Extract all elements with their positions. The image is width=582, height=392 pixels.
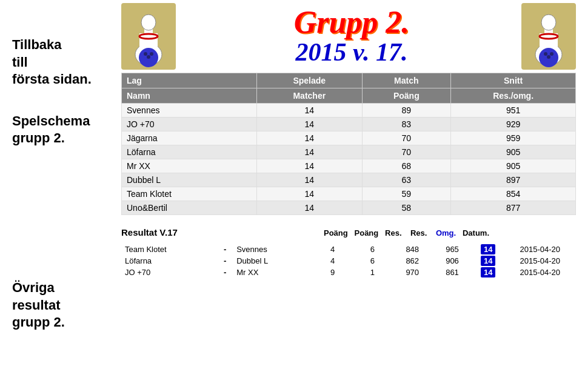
- standings-team-name: Mr XX: [122, 159, 257, 173]
- col-header-snitt: Snitt: [451, 73, 576, 88]
- result-p2: 6: [353, 244, 393, 255]
- standings-row: Jägarna 14 70 959: [122, 131, 576, 145]
- result-r2: 861: [432, 267, 472, 278]
- year-title: 2015 v. 17.: [294, 38, 410, 66]
- standings-team-name: Uno&Bertil: [122, 201, 257, 215]
- standings-spelade: 14: [257, 104, 362, 118]
- standings-match: 59: [362, 187, 451, 201]
- result-datum: 2015-04-20: [504, 255, 576, 267]
- standings-table: Lag Spelade Match Snitt Namn Matcher Poä…: [121, 73, 576, 215]
- standings-team-name: JO +70: [122, 118, 257, 131]
- standings-match: 68: [362, 159, 451, 173]
- result-team2: Mr XX: [233, 267, 313, 278]
- ovriga-resultat-link[interactable]: Övriga resultat grupp 2.: [12, 280, 65, 330]
- col-header-lag: Lag: [122, 73, 257, 88]
- standings-row: Löfarna 14 70 905: [122, 145, 576, 159]
- standings-spelade: 14: [257, 173, 362, 187]
- results-title: Resultat V.17: [121, 227, 178, 238]
- results-row: JO +70 - Mr XX 9 1 970 861 14 2015-04-20: [121, 267, 576, 278]
- standings-row: Dubbel L 14 63 897: [122, 173, 576, 187]
- result-team2: Dubbel L: [233, 255, 313, 267]
- standings-snitt: 929: [451, 118, 576, 131]
- result-dash: -: [217, 267, 233, 278]
- standings-snitt: 905: [451, 159, 576, 173]
- results-table: Team Klotet - Svennes 4 6 848 965 14 201…: [121, 244, 576, 278]
- standings-spelade: 14: [257, 131, 362, 145]
- standings-team-name: Löfarna: [122, 145, 257, 159]
- standings-row: Uno&Bertil 14 58 877: [122, 201, 576, 215]
- page-header: Grupp 2. 2015 v. 17.: [121, 0, 582, 73]
- result-dash: -: [217, 244, 233, 255]
- col-header-match: Match: [362, 73, 451, 88]
- result-r1: 862: [392, 255, 432, 267]
- back-to-first-page-link[interactable]: Tillbaka till första sidan.: [12, 37, 92, 87]
- standings-team-name: Team Klotet: [122, 187, 257, 201]
- results-section: Resultat V.17 Poäng Poäng Res. Res. Omg.…: [121, 227, 576, 278]
- result-team1: JO +70: [121, 267, 217, 278]
- result-omg: 14: [472, 267, 504, 278]
- standings-row: JO +70 14 83 929: [122, 118, 576, 131]
- result-r1: 970: [392, 267, 432, 278]
- standings-spelade: 14: [257, 201, 362, 215]
- result-p1: 4: [313, 244, 353, 255]
- main-content: Lag Spelade Match Snitt Namn Matcher Poä…: [121, 73, 576, 386]
- standings-match: 83: [362, 118, 451, 131]
- standings-snitt: 854: [451, 187, 576, 201]
- col-subheader-matcher: Matcher: [257, 88, 362, 104]
- result-r1: 848: [392, 244, 432, 255]
- result-team2: Svennes: [233, 244, 313, 255]
- standings-match: 70: [362, 131, 451, 145]
- col-subheader-res: Res./omg.: [451, 88, 576, 104]
- standings-match: 89: [362, 104, 451, 118]
- standings-spelade: 14: [257, 145, 362, 159]
- results-row: Löfarna - Dubbel L 4 6 862 906 14 2015-0…: [121, 255, 576, 267]
- standings-snitt: 905: [451, 145, 576, 159]
- results-col-header-row: Poäng Poäng Res. Res. Omg. Datum.: [263, 228, 489, 238]
- result-p2: 1: [353, 267, 393, 278]
- result-p1: 9: [313, 267, 353, 278]
- standings-match: 70: [362, 145, 451, 159]
- result-datum: 2015-04-20: [504, 244, 576, 255]
- standings-spelade: 14: [257, 118, 362, 131]
- standings-snitt: 897: [451, 173, 576, 187]
- result-r2: 906: [432, 255, 472, 267]
- result-omg: 14: [472, 255, 504, 267]
- grupp-title: Grupp 2.: [294, 7, 410, 38]
- standings-match: 63: [362, 173, 451, 187]
- result-p1: 4: [313, 255, 353, 267]
- standings-team-name: Jägarna: [122, 131, 257, 145]
- col-subheader-poang: Poäng: [362, 88, 451, 104]
- result-r2: 965: [432, 244, 472, 255]
- result-dash: -: [217, 255, 233, 267]
- left-sidebar: Tillbaka till första sidan. Spelschema g…: [0, 0, 121, 392]
- result-team1: Team Klotet: [121, 244, 217, 255]
- result-omg: 14: [472, 244, 504, 255]
- result-team1: Löfarna: [121, 255, 217, 267]
- result-datum: 2015-04-20: [504, 267, 576, 278]
- standings-team-name: Dubbel L: [122, 173, 257, 187]
- standings-snitt: 951: [451, 104, 576, 118]
- standings-team-name: Svennes: [122, 104, 257, 118]
- standings-snitt: 877: [451, 201, 576, 215]
- standings-spelade: 14: [257, 187, 362, 201]
- standings-match: 58: [362, 201, 451, 215]
- standings-row: Team Klotet 14 59 854: [122, 187, 576, 201]
- results-row: Team Klotet - Svennes 4 6 848 965 14 201…: [121, 244, 576, 255]
- spelschema-link[interactable]: Spelschema grupp 2.: [12, 113, 90, 146]
- standings-row: Svennes 14 89 951: [122, 104, 576, 118]
- result-p2: 6: [353, 255, 393, 267]
- standings-snitt: 959: [451, 131, 576, 145]
- col-subheader-namn: Namn: [122, 88, 257, 104]
- standings-spelade: 14: [257, 159, 362, 173]
- header-text-block: Grupp 2. 2015 v. 17.: [294, 7, 410, 66]
- standings-row: Mr XX 14 68 905: [122, 159, 576, 173]
- col-header-spelade: Spelade: [257, 73, 362, 88]
